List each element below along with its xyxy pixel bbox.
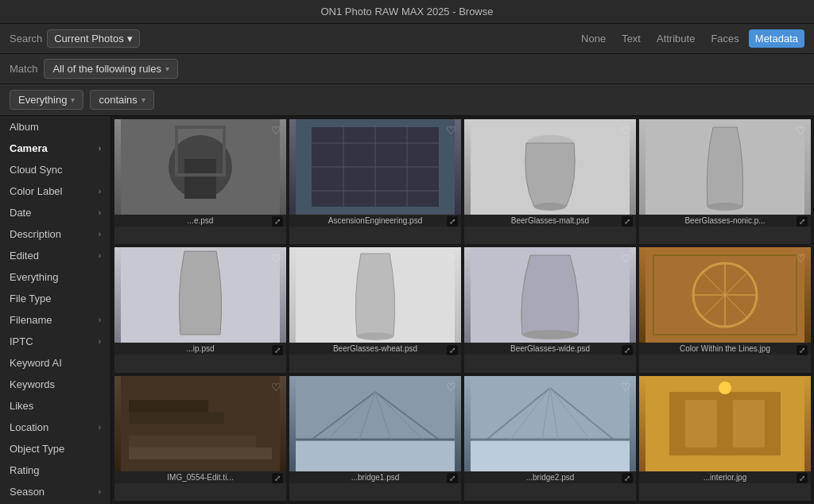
- toolbar: Search Current Photos ▾ None Text Attrib…: [0, 24, 814, 54]
- heart-icon[interactable]: ♡: [621, 381, 631, 394]
- svg-rect-32: [129, 424, 240, 436]
- svg-rect-56: [733, 400, 765, 448]
- iptc-chevron-icon: ›: [99, 337, 101, 346]
- photo-cell-bridge1[interactable]: ...bridge1.psd ♡ ⤢: [289, 376, 461, 501]
- svg-rect-33: [129, 412, 224, 424]
- meta-faces-button[interactable]: Faces: [704, 29, 745, 48]
- sidebar-item-keyword-ai[interactable]: Keyword AI: [0, 352, 110, 374]
- heart-icon[interactable]: ♡: [446, 124, 456, 137]
- photo-cell-glass-malt[interactable]: BeerGlasses-malt.psd ♡ ⤢: [464, 119, 636, 244]
- sidebar-item-edited[interactable]: Edited ›: [0, 245, 110, 266]
- filter-condition-chevron-icon: ▾: [141, 95, 145, 104]
- sidebar-item-filename[interactable]: Filename ›: [0, 309, 110, 331]
- sidebar-item-iptc[interactable]: IPTC ›: [0, 331, 110, 352]
- sidebar-item-date[interactable]: Date ›: [0, 202, 110, 223]
- title-bar: ON1 Photo RAW MAX 2025 - Browse: [0, 0, 814, 24]
- expand-icon: ⤢: [622, 216, 633, 227]
- location-chevron-icon: ›: [99, 423, 101, 432]
- heart-icon[interactable]: ♡: [621, 252, 631, 265]
- heart-icon[interactable]: ♡: [271, 124, 281, 137]
- left-panel: Album Camera › Cloud Sync Color Label › …: [0, 116, 111, 504]
- photo-label: BeerGlasses-wide.psd: [464, 343, 636, 355]
- heart-icon[interactable]: ♡: [446, 381, 456, 394]
- heart-icon[interactable]: ♡: [271, 381, 281, 394]
- photo-cell-stairs[interactable]: IMG_0554-Edit.ti... ♡ ⤢: [114, 376, 286, 501]
- sidebar-item-album[interactable]: Album: [0, 116, 110, 138]
- expand-icon: ⤢: [447, 216, 458, 227]
- photo-cell-building[interactable]: AscensionEngineering.psd ♡ ⤢: [289, 119, 461, 244]
- expand-icon: ⤢: [272, 473, 283, 483]
- photo-cell-archway[interactable]: ...e.psd ♡ ⤢: [114, 119, 286, 244]
- sidebar-item-cloud-sync[interactable]: Cloud Sync: [0, 159, 110, 180]
- photo-label: ...interior.jpg: [639, 471, 811, 483]
- expand-icon: ⤢: [447, 473, 458, 483]
- heart-icon[interactable]: ♡: [621, 124, 631, 137]
- sidebar-item-color-label[interactable]: Color Label ›: [0, 180, 110, 202]
- svg-rect-45: [471, 440, 630, 471]
- sidebar-item-object-type[interactable]: Object Type: [0, 438, 110, 459]
- edited-chevron-icon: ›: [99, 251, 101, 260]
- filter-type-dropdown[interactable]: Everything ▾: [10, 90, 83, 110]
- filter-row: Everything ▾ contains ▾: [0, 84, 814, 116]
- svg-point-57: [719, 382, 731, 394]
- search-value: Current Photos: [54, 33, 123, 45]
- sidebar-item-location[interactable]: Location ›: [0, 417, 110, 438]
- sidebar-item-season[interactable]: Season ›: [0, 481, 110, 502]
- sidebar-item-file-type[interactable]: File Type: [0, 288, 110, 309]
- meta-text-button[interactable]: Text: [615, 29, 647, 48]
- filter-condition-dropdown[interactable]: contains ▾: [90, 90, 153, 110]
- match-value: All of the following rules: [52, 63, 161, 75]
- meta-attribute-button[interactable]: Attribute: [650, 29, 701, 48]
- expand-icon: ⤢: [797, 345, 808, 355]
- svg-rect-2: [184, 159, 216, 199]
- photo-label: AscensionEngineering.psd: [289, 215, 461, 227]
- heart-icon[interactable]: ♡: [796, 124, 806, 137]
- season-chevron-icon: ›: [99, 487, 101, 496]
- photo-cell-glass-nonic[interactable]: BeerGlasses-nonic.p... ♡ ⤢: [639, 119, 811, 244]
- photo-label: ...bridge2.psd: [464, 471, 636, 483]
- photo-cell-glass-partial[interactable]: ...ip.psd ♡ ⤢: [114, 247, 286, 372]
- photo-cell-glass-wide[interactable]: BeerGlasses-wide.psd ♡ ⤢: [464, 247, 636, 372]
- filter-type-chevron-icon: ▾: [71, 95, 75, 104]
- svg-rect-31: [129, 436, 256, 448]
- match-label: Match: [10, 63, 37, 75]
- filter-condition-value: contains: [99, 94, 137, 106]
- photo-label: BeerGlasses-wheat.psd: [289, 343, 461, 355]
- search-dropdown[interactable]: Current Photos ▾: [47, 29, 139, 48]
- app-title: ON1 Photo RAW MAX 2025 - Browse: [321, 6, 494, 17]
- svg-rect-36: [296, 440, 455, 471]
- heart-icon[interactable]: ♡: [271, 252, 281, 265]
- photo-label: BeerGlasses-malt.psd: [464, 215, 636, 227]
- photo-cell-bridge2[interactable]: ...bridge2.psd ♡ ⤢: [464, 376, 636, 501]
- svg-rect-55: [685, 400, 717, 448]
- svg-rect-34: [129, 400, 208, 412]
- svg-rect-30: [129, 448, 272, 459]
- date-chevron-icon: ›: [99, 208, 101, 217]
- photo-cell-cathedral[interactable]: Color Within the Lines.jpg ♡ ⤢: [639, 247, 811, 372]
- sidebar-item-everything[interactable]: Everything: [0, 266, 110, 288]
- sidebar-item-likes[interactable]: Likes: [0, 395, 110, 417]
- photo-label: ...e.psd: [114, 215, 286, 227]
- sidebar-item-rating[interactable]: Rating: [0, 459, 110, 481]
- match-bar: Match All of the following rules ▾: [0, 54, 814, 84]
- meta-metadata-button[interactable]: Metadata: [749, 29, 804, 48]
- photo-label: IMG_0554-Edit.ti...: [114, 471, 286, 483]
- sidebar-item-description[interactable]: Description ›: [0, 223, 110, 245]
- sidebar-item-keywords[interactable]: Keywords: [0, 374, 110, 395]
- photo-label: Color Within the Lines.jpg: [639, 343, 811, 355]
- photo-cell-glass-wheat[interactable]: BeerGlasses-wheat.psd ♡ ⤢: [289, 247, 461, 372]
- search-label: Search: [10, 33, 42, 45]
- main-area: Album Camera › Cloud Sync Color Label › …: [0, 116, 814, 504]
- toolbar-left: Search Current Photos ▾: [10, 29, 140, 48]
- expand-icon: ⤢: [622, 345, 633, 355]
- svg-point-14: [534, 203, 566, 211]
- color-label-chevron-icon: ›: [99, 187, 101, 196]
- heart-icon[interactable]: ♡: [796, 252, 806, 265]
- photo-cell-interior1[interactable]: ...interior.jpg ⤢: [639, 376, 811, 501]
- match-dropdown[interactable]: All of the following rules ▾: [44, 59, 178, 79]
- sidebar-item-camera[interactable]: Camera ›: [0, 138, 110, 159]
- svg-point-19: [357, 332, 393, 340]
- heart-icon[interactable]: ♡: [446, 252, 456, 265]
- meta-none-button[interactable]: None: [575, 29, 612, 48]
- svg-point-21: [522, 330, 578, 339]
